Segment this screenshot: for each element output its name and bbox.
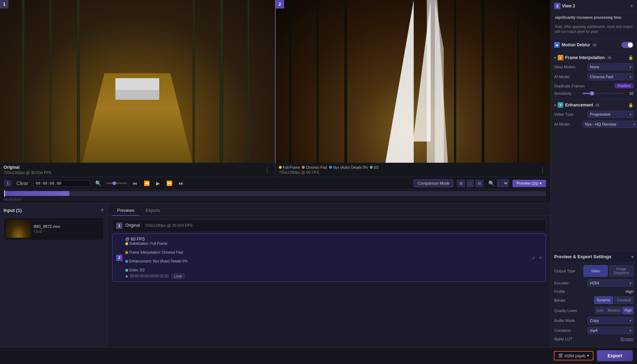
timeline-track[interactable] — [4, 191, 546, 196]
play-button[interactable]: ▶ — [155, 180, 161, 187]
enh-ai-model-select[interactable]: Nyx - HQ Denoise — [583, 121, 637, 128]
file-actions[interactable]: Cleat ··· — [34, 230, 102, 233]
replace-badge[interactable]: Replace — [615, 83, 633, 88]
video-options-left[interactable]: ⋮ — [263, 167, 271, 173]
sensitivity-slider[interactable] — [583, 93, 624, 94]
video-meta-right: 720x1280px @ 60 FPS — [279, 170, 379, 174]
format-selector[interactable]: 🎬 H264 (mp4) ▾ — [554, 351, 593, 360]
output-type-image-seq[interactable]: Image Sequence — [609, 265, 633, 277]
preview-dropdown-icon[interactable]: ▾ — [540, 181, 542, 186]
item-badge-2: 2 — [116, 255, 122, 261]
single-view-button[interactable]: □ — [466, 180, 474, 187]
browse-button[interactable]: Browse — [620, 337, 633, 341]
encoder-select-wrapper[interactable]: H264 — [587, 279, 633, 287]
bitrate-constant[interactable]: Constant — [614, 296, 633, 304]
item-info-1: Original 720x1280px @ 30.034 FPS — [125, 223, 542, 229]
preview-item-2[interactable]: 2 @ 60 FPS Stabilization: Full-Frame — [112, 233, 546, 282]
output-type-video[interactable]: Video — [584, 265, 608, 277]
zoom-icon[interactable]: 🔍 — [94, 180, 103, 187]
comparison-mode-button[interactable]: Comparison Mode — [414, 179, 453, 187]
item-tag-fi: Frame Interpolation: Chronos Fast — [125, 250, 529, 254]
slow-motion-select[interactable]: None — [587, 63, 633, 70]
encoder-select[interactable]: H264 — [587, 279, 633, 287]
motion-deblur-icon: ◈ — [554, 42, 560, 48]
preview-item-1[interactable]: 1 Original 720x1280px @ 30.034 FPS — [112, 219, 546, 232]
video-type-select-wrapper[interactable]: Progressive — [587, 111, 633, 118]
apply-lut-row: Apply LUT Browse — [554, 337, 633, 341]
audio-mode-label: Audio Mode — [554, 318, 583, 323]
loop-button[interactable]: Loop — [172, 273, 184, 279]
zoom-slider[interactable] — [106, 183, 127, 184]
enh-ai-model-select-wrapper[interactable]: Nyx - HQ Denoise — [583, 121, 637, 128]
preview-button[interactable]: Preview (2s) ▾ — [512, 180, 546, 187]
split-view-button[interactable]: ⊟ — [475, 180, 483, 187]
video-panel-right: 2 — [276, 0, 551, 163]
item-tag-grain: Grain: 5/2 — [125, 268, 529, 272]
frame-input[interactable]: 1 — [4, 180, 11, 186]
fi-collapse-icon[interactable]: ▾ — [554, 56, 556, 60]
export-settings-title: Preview & Export Settings — [554, 254, 612, 259]
format-dropdown-icon: ▾ — [587, 353, 589, 358]
fi-lock-icon[interactable]: 🔒 — [628, 55, 633, 60]
view2-close-icon[interactable]: ✕ — [630, 4, 633, 8]
quality-low[interactable]: Low — [595, 307, 605, 314]
item-badge-1: 1 — [116, 223, 122, 229]
clear-button[interactable]: Clear — [15, 180, 29, 187]
skip-to-start-button[interactable]: ⏮ — [131, 180, 139, 187]
file-thumbnail[interactable]: IMG_8672.mov Cleat ··· — [4, 218, 104, 240]
timecode-input[interactable] — [33, 180, 90, 187]
enh-lock-icon[interactable]: 🔒 — [628, 103, 633, 108]
zoom-out-button[interactable]: 🔍 — [487, 180, 496, 187]
slow-motion-select-wrapper[interactable]: None — [587, 63, 633, 70]
grid-view-button[interactable]: ⊞ — [457, 180, 465, 187]
processing-note: significantly increases processing time. — [554, 15, 633, 20]
item-check-2: ✓ — [532, 255, 536, 261]
cleat-label: Cleat — [34, 230, 42, 233]
video-options-right[interactable]: ⋮ — [538, 167, 547, 173]
thumbnail-info: IMG_8672.mov Cleat ··· — [34, 224, 102, 233]
tab-previews[interactable]: Previews — [112, 206, 139, 216]
video-type-select[interactable]: Progressive — [587, 111, 633, 118]
format-label: H264 (mp4) — [565, 354, 585, 358]
frame-forward-button[interactable]: ⏩ — [165, 180, 174, 187]
enhancement-title: ▾ ✦ Enhancement AI — [554, 102, 600, 108]
audio-mode-select[interactable]: Copy — [587, 317, 633, 324]
fi-ai-model-select-wrapper[interactable]: Chronos Fast — [587, 73, 633, 80]
quality-high[interactable]: High — [622, 307, 633, 314]
bitrate-row: Bitrate Dynamic Constant — [554, 296, 633, 304]
export-settings-header[interactable]: Preview & Export Settings ▾ — [551, 251, 637, 262]
export-button[interactable]: Export — [597, 350, 633, 361]
preview-list: 1 Original 720x1280px @ 30.034 FPS — [108, 216, 550, 347]
skip-to-end-button[interactable]: ⏭ — [177, 180, 185, 187]
timeline-playhead[interactable] — [4, 190, 5, 197]
bitrate-dynamic[interactable]: Dynamic — [594, 296, 613, 304]
bitrate-buttons: Dynamic Constant — [594, 296, 633, 304]
tag-dot-grain — [370, 166, 373, 169]
slow-motion-label: Slow Motion — [554, 65, 583, 69]
quality-medium[interactable]: Medium — [606, 307, 622, 314]
frame-back-button[interactable]: ⏪ — [142, 180, 151, 187]
export-settings-collapse-icon[interactable]: ▾ — [631, 254, 633, 259]
container-select-wrapper[interactable]: mp4 — [587, 327, 633, 334]
fi-ai-model-select[interactable]: Chronos Fast — [587, 73, 633, 80]
add-input-button[interactable]: + — [100, 207, 104, 214]
motion-deblur-toggle[interactable] — [621, 42, 633, 48]
view2-title: View 2 — [562, 4, 575, 8]
enh-collapse-icon[interactable]: ▾ — [554, 103, 556, 107]
tab-exports[interactable]: Exports — [141, 206, 165, 216]
frame-interpolation-section: ▾ ⚡ Frame Interpolation AI 🔒 Slow Motion — [554, 55, 633, 96]
item-tag-stab: Stabilization: Full-Frame — [125, 242, 529, 245]
container-row: Container mp4 — [554, 327, 633, 334]
audio-mode-select-wrapper[interactable]: Copy — [587, 317, 633, 324]
format-icon: 🎬 — [558, 353, 563, 358]
timeline-ruler[interactable]: 00:00:00.00 — [4, 197, 546, 201]
fit-select[interactable]: Fit % — [497, 179, 509, 187]
motion-deblur-title: ◈ Motion Deblur AI — [554, 42, 597, 48]
fit-select-wrapper[interactable]: Fit % — [497, 179, 509, 187]
item-close-2[interactable]: ✕ — [539, 255, 542, 260]
input-title: Input (1) — [4, 208, 22, 213]
container-select[interactable]: mp4 — [587, 327, 633, 334]
tag-dot-fullframe — [279, 166, 282, 169]
file-name: IMG_8672.mov — [34, 224, 102, 229]
video-type-row: Video Type Progressive — [554, 111, 633, 118]
